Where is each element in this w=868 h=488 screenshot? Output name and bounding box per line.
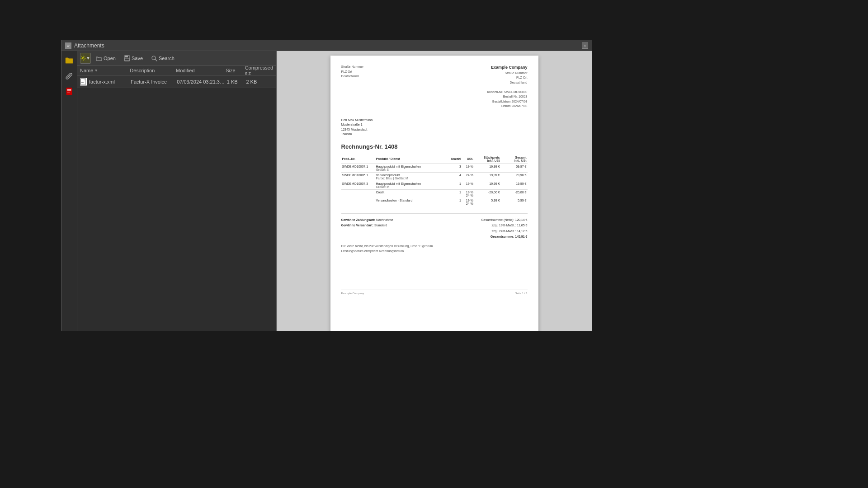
toolbar: ▼ Open Save [77,51,276,66]
recipient-block: Herr Max Mustermann Musterstraße 1 12345… [341,118,528,137]
preview-panel: Straße Nummer PLZ Ort Deutschland Exampl… [277,51,592,331]
payment-info: Gewählte Zahlungsart: Nachnahme Gewählte… [341,217,393,240]
col-header-name[interactable]: Name ▼ [80,68,130,73]
file-row[interactable]: XML factur-x.xml Factur-X Invoice 07/03/… [77,75,276,88]
cell-total: 59,97 € [501,164,528,172]
svg-rect-10 [125,56,128,57]
file-modified: 07/03/2024 03:21:33 PM [177,79,227,84]
svg-rect-6 [67,90,71,91]
table-header-row: Prod.-Nr. Produkt / Dienst Anzahl USt. S… [341,155,528,164]
order-meta: Kunden-Nr. SWDEMO10000 Bestell-Nr. 10023… [487,90,527,109]
close-button[interactable]: × [582,42,588,49]
xml-icon: XML [80,78,87,86]
company-name: Example Company [487,65,527,71]
vat24-row: zzgl. 24% MwSt.: 14,12 € [481,229,528,235]
svg-rect-11 [125,58,129,61]
svg-rect-3 [67,47,69,47]
file-compressed-size: 2 KB [246,79,273,84]
th-prod-nr: Prod.-Nr. [341,155,375,164]
column-headers: Name ▼ Description Modified Size Compres… [77,66,276,75]
svg-line-13 [155,59,157,61]
file-panel: ▼ Open Save [77,51,276,331]
window-icon [65,42,71,49]
sidebar-icon-attach[interactable] [63,70,75,82]
netto-row: Gesamtsumme (Netto): 120,14 € [481,217,528,223]
vat19-row: zzgl. 19% MwSt.: 11,65 € [481,223,528,229]
summary-section: Gewählte Zahlungsart: Nachnahme Gewählte… [341,213,528,240]
th-vat: USt. [462,155,474,164]
company-block: Example Company Straße Nummer PLZ Ort De… [487,65,527,109]
table-row: SWDEMO10007.1 Hauptprodukt mit Eigenscha… [341,164,528,172]
svg-rect-4 [66,88,72,95]
main-content: ▼ Open Save [61,51,592,331]
gear-dropdown-button[interactable]: ▼ [80,53,91,64]
cell-unit-price: 19,99 € [474,164,501,172]
invoice-footer: Example Company Seite 1 / 1 [341,290,528,295]
save-button[interactable]: Save [121,54,146,63]
sender-address-block: Straße Nummer PLZ Ort Deutschland [341,65,364,79]
invoice-title: Rechnungs-Nr. 1408 [341,143,528,150]
svg-rect-7 [67,92,70,92]
col-header-modified[interactable]: Modified [176,68,226,73]
file-name: factur-x.xml [89,79,131,84]
svg-rect-2 [67,46,70,46]
col-header-desc[interactable]: Description [130,68,176,73]
sender-address: Straße Nummer PLZ Ort Deutschland [341,65,364,109]
file-type-icon: XML [80,78,87,86]
cell-product: Hauptprodukt mit Eigenschaften Größe: S [375,164,448,172]
table-row: Versandkosten - Standard 1 19 % 24 % 5,9… [341,198,528,206]
col-header-size[interactable]: Size [226,68,245,73]
totals-block: Gesamtsumme (Netto): 120,14 € zzgl. 19% … [481,217,528,240]
cell-prod-nr: SWDEMO10007.1 [341,164,375,172]
th-unit-price: Stückpreis Inkl. USt [474,155,501,164]
cell-vat: 19 % [462,164,474,172]
th-quantity: Anzahl [448,155,462,164]
footer-note: Die Ware bleibt, bis zur vollständigen B… [341,244,528,253]
window-title: Attachments [74,42,104,49]
table-row: SWDEMO10007.3 Hauptprodukt mit Eigenscha… [341,181,528,189]
title-bar-left: Attachments [65,42,104,49]
sidebar-icon-folder[interactable] [63,55,75,66]
invoice-header: Straße Nummer PLZ Ort Deutschland Exampl… [341,65,528,109]
th-product: Produkt / Dienst [375,155,448,164]
table-row: Credit 1 19 % 24 % -20,00 € -20,00 € [341,189,528,198]
search-button[interactable]: Search [148,54,178,63]
payment-method-row: Gewählte Zahlungsart: Nachnahme [341,217,393,223]
invoice-preview: Straße Nummer PLZ Ort Deutschland Exampl… [330,56,538,331]
left-sidebar [61,51,77,331]
col-header-compressed[interactable]: Compressed siz [245,65,273,76]
cell-qty: 3 [448,164,462,172]
sidebar-icons [63,53,75,97]
title-bar: Attachments × [61,40,592,51]
th-total: Gesamt Inkl. USt [501,155,528,164]
open-button[interactable]: Open [93,54,119,63]
shipping-row: Gewählte Versandart: Standard [341,223,393,229]
sidebar-icon-script[interactable] [63,85,75,97]
table-row: SWDEMO10005.1 Variantenprodukt Farbe: Bl… [341,172,528,181]
main-window: Attachments × [61,40,592,331]
total-final-row: Gesamtsumme: 145,91 € [481,234,528,240]
svg-rect-1 [67,45,70,45]
file-size: 1 KB [227,79,246,84]
sort-arrow-name: ▼ [94,68,98,73]
file-description: Factur-X Invoice [131,79,177,84]
invoice-table: Prod.-Nr. Produkt / Dienst Anzahl USt. S… [341,155,528,206]
svg-text:XML: XML [81,81,85,84]
svg-rect-5 [67,89,71,90]
svg-point-8 [82,57,84,59]
